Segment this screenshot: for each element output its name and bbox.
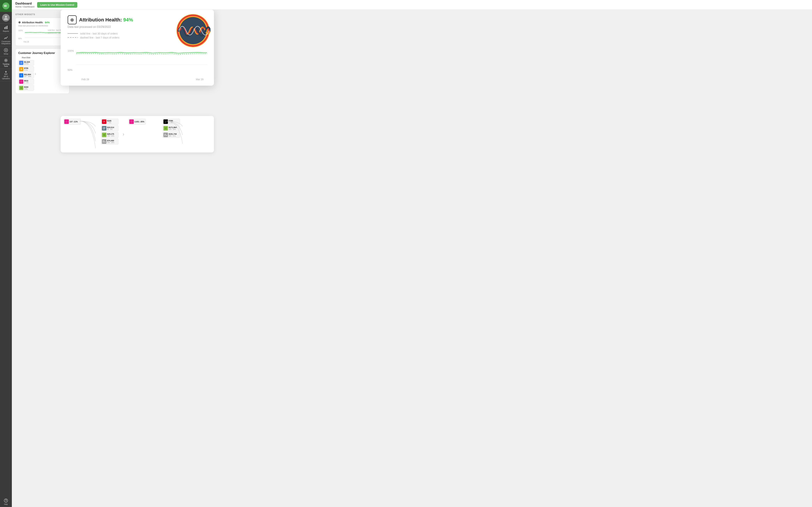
pink-value: $915 [24,80,29,82]
chart-y-50: 50% [67,69,72,71]
small-attribution-pct: 94% [45,21,50,24]
user-avatar-container[interactable] [0,12,12,24]
small-chart-area: solid line - last 30 days dashed line - … [18,29,66,43]
bottom-node-pink[interactable]: ♡ 137 -11% [63,119,81,125]
bottom-journey-panel: ♡ 137 -11% P $165 1- 0% [61,116,214,153]
sidebar-item-help[interactable]: Help [0,497,12,507]
journey-node-pink[interactable]: ♡ $915 4 - 2% [18,79,34,84]
upload-icon [4,71,8,75]
journey-node-email[interactable]: ✉ $705 3-1% [18,66,34,72]
bottom-node-unattr1[interactable]: UNATTR $74,400 333 - 25% [101,138,118,145]
svg-text:W: W [4,4,7,8]
chart-date-feb: Feb 28 [82,78,89,81]
tiktok-icon: ♪ [163,119,168,124]
chart-y-100: 100% [67,49,74,52]
journey-content: First Click A $2,324 10-4% ✉ $705 3-1% [18,57,66,91]
breadcrumb: Home / Dashboard [15,5,34,8]
tracking-tools-icon [4,58,8,62]
sidebar-item-conversion-label: Conversion Integrations [1,41,11,45]
chart-y-50-small: 50% [18,38,22,40]
pinterest-icon: P [102,119,106,124]
chart-date-feb-small: Feb 28 [23,41,29,43]
adwords-icon: A [19,61,23,65]
leaf2-icon: 🌿 [102,133,106,137]
pink-icon: ♡ [19,79,23,84]
sidebar-item-reports[interactable]: Reports [0,24,12,34]
email-sub: 3-1% [24,69,28,71]
adwords-sub: 10-4% [24,63,30,65]
adwords-value: $2,324 [24,61,30,63]
sidebar: W Reports Conversion Integrations Setup [0,0,12,507]
journey-node-adwords[interactable]: A $2,324 10-4% [18,60,34,66]
journey-node-leaf[interactable]: 🌿 $164 1-0% [18,85,34,91]
facebook-icon: f [19,73,23,77]
leaf-value: $164 [24,86,28,88]
bottom-node-leaf3[interactable]: 🌿 $171,964 823 - 10% [162,125,180,131]
svg-rect-2 [4,27,5,29]
small-attribution-title: ⊕ Attribution Health: 94% [18,21,66,24]
header: Dashboard Home / Dashboard Learn to Use … [12,0,244,10]
small-attribution-label: Attribution Health: [22,21,43,24]
chart-bar-icon [4,25,8,30]
prewr-icon: PREWR [102,126,106,130]
sidebar-item-reports-label: Reports [3,30,9,33]
journey-node-facebook[interactable]: f $52,894 227 - 93% [18,72,34,78]
avatar [2,14,10,21]
modal-chart-area: 100% 50% Feb 28 Mar 29 [67,43,207,81]
sidebar-item-help-label: Help [4,503,8,505]
bottom-col-2: P $165 1- 0% PREWR $10,514 50 - 4% 🌿 $29… [101,119,118,150]
modal-attribution-icon: ⊕ [67,15,77,24]
bottom-node-pinterest[interactable]: P $165 1- 0% [101,119,118,125]
facebook-value: $52,894 [24,73,31,75]
bottom-pink3-icon: ♡ [129,119,134,124]
sidebar-item-tracking-label: Tracking Tools [1,63,11,67]
sidebar-item-setup-label: Setup [4,53,8,55]
svg-point-5 [5,50,6,51]
journey-connector: › [34,71,37,76]
sidebar-item-api-label: API & Uploaders [1,75,11,80]
user-icon [3,15,8,20]
journey-first-click-col: First Click A $2,324 10-4% ✉ $705 3-1% [18,57,34,91]
sidebar-item-setup[interactable]: Setup [0,46,12,57]
pink-sub: 4 - 2% [24,82,29,83]
legend-dashed-line [67,37,78,38]
legend-dashed-text: dashed line - last 7 days of orders [80,36,119,39]
modal-attribution-card: ⊕ Attribution Health: 94% Data last proc… [61,10,214,86]
bottom-arrow: › [121,131,125,137]
facebook-sub: 227 - 93% [24,75,31,77]
modal-attribution-pct: 94% [123,17,133,22]
small-attribution-subtitle: Data last processed on 03/29/2022 [18,25,66,27]
watermark-container [175,13,210,48]
unattr1-icon: UNATTR [102,139,106,144]
journey-card-title: Customer Journey Explorer [18,52,66,55]
bottom-pink-icon: ♡ [64,119,69,124]
arrow-trend-icon [4,36,8,40]
bottom-node-unattr2[interactable]: UNATTR $191,744 949 - 11% [162,132,180,138]
question-icon [4,499,8,503]
modal-attribution-title: Attribution Health: 94% [79,17,133,22]
bottom-node-prewr[interactable]: PREWR $10,514 50 - 4% [101,125,118,131]
svg-rect-3 [6,26,6,29]
sidebar-item-tracking-tools[interactable]: Tracking Tools [0,57,12,69]
gear-sliders-icon [4,48,8,52]
email-value: $705 [24,67,28,69]
bottom-col-1: ♡ 137 -11% [63,119,81,150]
bottom-node-tiktok[interactable]: ♪ $380 1- 0% [162,119,180,125]
bottom-node-pink3[interactable]: ♡ 2,651 -35% [129,119,146,125]
sidebar-item-api-uploaders[interactable]: API & Uploaders [0,69,12,81]
sidebar-item-conversion-integrations[interactable]: Conversion Integrations [0,34,12,46]
sidebar-logo[interactable]: W [0,0,12,12]
chart-date-mar: Mar 29 [196,78,203,81]
page-title: Dashboard [15,2,34,5]
leaf3-icon: 🌿 [163,126,168,130]
logo-icon: W [2,2,10,10]
main-content: OTHER WIDGETS ⊕ Attribution Health: 94% … [12,10,244,507]
learn-mission-control-button[interactable]: Learn to Use Mission Control [37,2,77,8]
leaf-icon: 🌿 [19,86,23,90]
bottom-col-3: ♡ 2,651 -35% [129,119,146,150]
attribution-icon-small: ⊕ [18,21,20,24]
email-icon: ✉ [19,67,23,71]
legend-solid-line [67,33,78,34]
unattr2-icon: UNATTR [163,133,168,137]
bottom-node-leaf2[interactable]: 🌿 $29,175 135 - 10% [101,132,118,138]
